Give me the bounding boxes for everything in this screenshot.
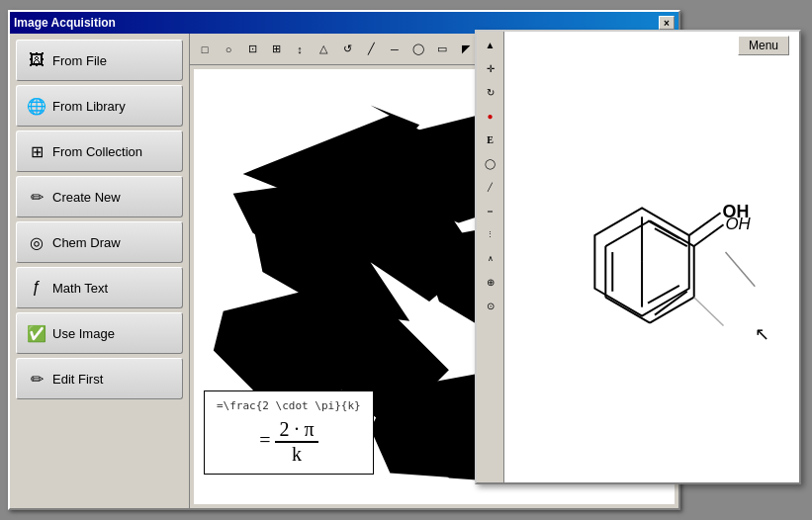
close-button[interactable]: ×: [659, 16, 675, 30]
btn-icon-use-image: ✅: [27, 324, 46, 343]
svg-line-20: [689, 213, 721, 235]
chem-tool-wedge[interactable]: ∧: [480, 247, 501, 269]
sidebar-btn-create-new[interactable]: ✏Create New: [16, 176, 183, 217]
chem-tool-move[interactable]: ✛: [480, 57, 501, 79]
math-source: =\frac{2 \cdot \pi}{k}: [217, 399, 361, 412]
sidebar-btn-use-image[interactable]: ✅Use Image: [16, 312, 183, 354]
btn-label-math-text: Math Text: [52, 281, 108, 296]
svg-text:OH: OH: [726, 215, 752, 233]
sidebar-btn-from-library[interactable]: 🌐From Library: [16, 85, 183, 127]
btn-icon-from-file: 🖼: [27, 51, 46, 69]
chem-tool-line2[interactable]: ═: [480, 200, 501, 221]
tool-oval[interactable]: ◯: [407, 39, 429, 60]
phenol-molecule: OH OH: [504, 32, 799, 482]
sidebar-btn-chem-draw[interactable]: ◎Chem Draw: [16, 221, 183, 263]
chemistry-toolbar: ▲ ✛ ↻ ● E ◯ ╱ ═ ⋮ ∧ ⊕ ⊙: [477, 32, 504, 482]
sidebar-btn-edit-first[interactable]: ✏Edit First: [16, 358, 183, 399]
sidebar-btn-math-text[interactable]: ƒMath Text: [16, 267, 183, 308]
btn-label-chem-draw: Chem Draw: [52, 235, 121, 250]
tool-select[interactable]: ⊡: [241, 39, 263, 60]
chem-tool-text[interactable]: E: [480, 129, 501, 150]
btn-label-edit-first: Edit First: [52, 372, 103, 387]
btn-icon-create-new: ✏: [27, 188, 46, 207]
btn-label-from-collection: From Collection: [52, 144, 142, 159]
tool-arrow[interactable]: ↕: [289, 39, 311, 60]
tool-fill[interactable]: ◤: [455, 39, 477, 60]
tool-rect2[interactable]: ▭: [431, 39, 453, 60]
chem-tool-select[interactable]: ▲: [480, 34, 501, 55]
math-overlay: =\frac{2 \cdot \pi}{k} = 2 · π k: [204, 390, 374, 475]
math-fraction: 2 · π k: [275, 418, 317, 466]
math-denominator: k: [275, 443, 317, 466]
tool-circle[interactable]: ○: [218, 39, 239, 60]
math-rendered: = 2 · π k: [217, 418, 361, 466]
btn-icon-from-library: 🌐: [27, 97, 46, 116]
chemistry-window: ▲ ✛ ↻ ● E ◯ ╱ ═ ⋮ ∧ ⊕ ⊙ Menu: [475, 30, 801, 484]
cursor-arrow: ↖: [755, 324, 769, 344]
chem-tool-benzene[interactable]: ⊙: [480, 295, 501, 316]
tool-line[interactable]: ╱: [360, 39, 382, 60]
btn-label-from-library: From Library: [52, 99, 126, 114]
tool-hline[interactable]: ─: [384, 39, 406, 60]
chem-tool-line1[interactable]: ╱: [480, 176, 501, 198]
sidebar-btn-from-file[interactable]: 🖼From File: [16, 40, 183, 81]
chem-tool-erase[interactable]: ●: [480, 105, 501, 127]
btn-icon-math-text: ƒ: [27, 279, 46, 297]
chem-tool-rotate[interactable]: ↻: [480, 81, 501, 103]
tool-grid[interactable]: ⊞: [265, 39, 287, 60]
svg-line-34: [694, 298, 724, 326]
btn-label-create-new: Create New: [52, 190, 121, 205]
svg-line-22: [726, 252, 756, 287]
btn-icon-edit-first: ✏: [27, 370, 46, 389]
chem-tool-atom[interactable]: ◯: [480, 152, 501, 174]
tool-triangle[interactable]: △: [313, 39, 334, 60]
chem-tool-dots[interactable]: ⋮: [480, 223, 501, 245]
math-equals: =: [259, 429, 270, 451]
chemistry-canvas[interactable]: Menu OH: [504, 32, 799, 482]
window-title: Image Acquisition: [14, 16, 116, 30]
btn-icon-chem-draw: ◎: [27, 233, 46, 252]
svg-line-25: [650, 298, 694, 323]
sidebar: 🖼From File🌐From Library⊞From Collection✏…: [10, 34, 190, 508]
sidebar-btn-from-collection[interactable]: ⊞From Collection: [16, 130, 183, 172]
math-numerator: 2 · π: [275, 418, 317, 443]
btn-label-use-image: Use Image: [52, 326, 115, 341]
chem-tool-ring[interactable]: ⊕: [480, 271, 501, 293]
btn-label-from-file: From File: [52, 53, 107, 68]
tool-rectangle[interactable]: □: [194, 39, 216, 60]
btn-icon-from-collection: ⊞: [27, 142, 46, 161]
tool-rotate[interactable]: ↺: [336, 39, 358, 60]
svg-line-26: [605, 298, 650, 323]
